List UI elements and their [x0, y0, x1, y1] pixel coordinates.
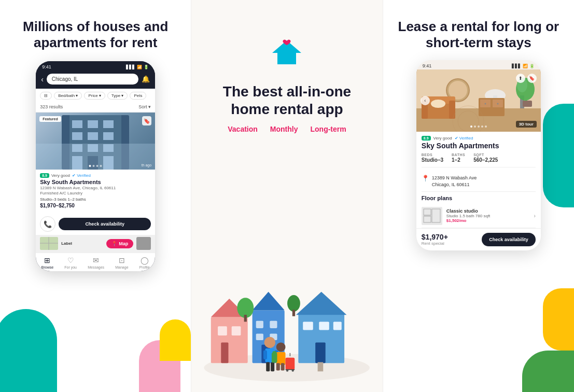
beds-spec: BEDS Studio–3: [422, 153, 443, 163]
listing-name: Sky South Apartments: [40, 179, 151, 185]
svg-point-59: [286, 369, 288, 371]
results-bar: 323 results Sort ▾: [36, 103, 155, 113]
share-button[interactable]: ⬆: [516, 74, 525, 83]
bottom-nav: ⊞ Browse ♡ For you ✉ Messages ⊡ Manage ◯…: [36, 253, 155, 271]
rating-text: Very good: [51, 173, 70, 178]
filter-pets[interactable]: Pets: [130, 92, 146, 100]
3d-tour-badge[interactable]: 3D tour: [516, 121, 537, 128]
nav-messages-label: Messages: [88, 265, 104, 269]
svg-rect-27: [256, 321, 263, 328]
photo-dots: [470, 125, 487, 128]
svg-point-73: [497, 103, 498, 105]
map-thumbnail: [40, 237, 58, 250]
svg-rect-52: [276, 352, 286, 365]
svg-rect-43: [316, 343, 326, 363]
svg-rect-50: [271, 362, 274, 372]
prev-photo-button[interactable]: ‹: [421, 96, 430, 105]
phone-action-row: 📞 Check availability: [36, 214, 155, 235]
baths-label: BATHS: [452, 153, 465, 157]
svg-rect-6: [88, 132, 98, 140]
phone-status-bar: 9:41 ▋▋▋ 📶 🔋: [36, 61, 155, 71]
map-button[interactable]: 📍 Map: [106, 239, 133, 248]
svg-point-60: [292, 369, 294, 371]
back-button[interactable]: ‹: [41, 75, 44, 83]
call-button[interactable]: 📞: [40, 216, 55, 232]
nav-manage[interactable]: ⊡ Manage: [115, 256, 128, 269]
svg-rect-47: [263, 351, 267, 360]
floor-plan-name: Classic studio: [446, 208, 530, 214]
svg-rect-42: [333, 322, 342, 330]
svg-point-45: [264, 337, 275, 348]
main-price: $1,970+: [422, 233, 448, 241]
svg-rect-2: [72, 120, 82, 128]
svg-rect-3: [88, 120, 98, 128]
filter-sliders-icon: ⊟: [44, 93, 48, 98]
tab-monthly[interactable]: Monthly: [270, 125, 298, 133]
listing-price: $1,970–$2,750: [40, 203, 151, 208]
svg-point-82: [431, 100, 445, 108]
floor-plan-details: Classic studio Studio 1.5 bath 780 sqft …: [446, 208, 530, 223]
floor-plans-heading: Floor plans: [422, 195, 536, 201]
baths-value: 1–2: [452, 157, 465, 163]
nav-foryou[interactable]: ♡ For you: [64, 256, 77, 269]
svg-rect-35: [292, 310, 295, 316]
nav-messages[interactable]: ✉ Messages: [88, 256, 104, 269]
extra-thumbnail: [136, 237, 151, 250]
beds-value: Studio–3: [422, 157, 443, 163]
location-pin-icon: 📍: [422, 175, 429, 182]
deco-teal-3: [543, 104, 574, 207]
sqft-value: 560–2,225: [473, 157, 498, 163]
nav-browse[interactable]: ⊞ Browse: [41, 256, 53, 269]
bell-icon[interactable]: 🔔: [142, 75, 150, 83]
svg-marker-26: [253, 292, 285, 310]
deco-green-3: [522, 351, 574, 392]
deco-yellow-3: [543, 288, 574, 351]
p3-rating-badge: 8.9: [422, 136, 431, 141]
svg-rect-22: [218, 327, 227, 336]
address-row: 📍 12389 N Wabash Ave Chicago, IL 60611: [422, 172, 536, 191]
listing-time: th ago: [142, 163, 151, 167]
tab-longterm[interactable]: Long-term: [311, 125, 346, 133]
p3-rating-text: Very good: [433, 136, 452, 141]
scene-illustration: [202, 149, 372, 382]
listing-specs: Studio–3 beds 1–2 baths: [40, 197, 151, 202]
p3-signal-icon: ▋▋▋: [512, 64, 521, 68]
image-dots: [89, 165, 102, 167]
svg-rect-28: [270, 321, 277, 328]
search-bar[interactable]: ‹ Chicago, IL 🔔: [36, 71, 155, 89]
chevron-right-icon: ›: [534, 213, 535, 219]
panel-2-title: The best all-in-one home rental app: [202, 83, 372, 118]
search-input[interactable]: Chicago, IL: [47, 74, 138, 85]
sqft-label: SQFT: [473, 153, 498, 157]
p3-rating-row: 8.9 Very good ✔ Verified: [422, 136, 536, 141]
filter-icon-chip[interactable]: ⊟: [40, 92, 52, 100]
sort-button[interactable]: Sort ▾: [138, 104, 151, 109]
svg-rect-57: [286, 358, 295, 370]
panel-3-title: Lease a rental for long or short-term st…: [394, 19, 564, 51]
floor-plan-item[interactable]: Classic studio Studio 1.5 bath 780 sqft …: [422, 204, 536, 228]
svg-rect-54: [273, 351, 276, 354]
listing-card: Featured 🔖 th ago 8.9 Very good ✔ Verifi…: [36, 113, 155, 253]
tab-vacation[interactable]: Vacation: [228, 125, 258, 133]
svg-rect-29: [256, 334, 263, 340]
check-availability-button-3[interactable]: Check availability: [482, 233, 536, 246]
nav-profile[interactable]: ◯ Profile: [139, 256, 150, 269]
filter-bed-bath[interactable]: Bed/bath ▾: [54, 92, 82, 100]
check-availability-button[interactable]: Check availability: [59, 218, 151, 230]
pin-icon: 📍: [111, 241, 117, 246]
svg-rect-41: [319, 322, 330, 330]
svg-rect-7: [103, 132, 114, 140]
address-text: 12389 N Wabash Ave Chicago, IL 60611: [432, 175, 477, 188]
address-line-2: Chicago, IL 60611: [432, 181, 477, 188]
floor-plan-spec: Studio 1.5 bath 780 sqft: [446, 214, 530, 218]
svg-rect-20: [211, 317, 248, 363]
rating-row: 8.9 Very good ✔ Verified: [40, 173, 151, 178]
svg-rect-49: [267, 362, 270, 372]
bookmark-button[interactable]: 🔖: [142, 116, 151, 125]
phone-time: 9:41: [42, 64, 51, 69]
save-button[interactable]: 🔖: [527, 74, 537, 83]
listing-image: Featured 🔖 th ago: [36, 113, 155, 170]
filter-price[interactable]: Price ▾: [84, 92, 105, 100]
filter-type[interactable]: Type ▾: [107, 92, 128, 100]
listing-photo: 3D tour ‹ ⬆ 🔖: [416, 69, 541, 132]
